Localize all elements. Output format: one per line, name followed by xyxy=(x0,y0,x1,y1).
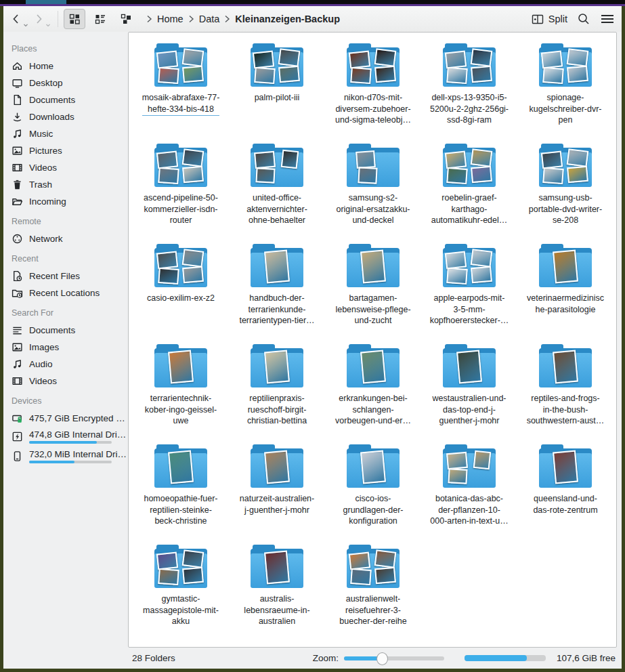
main-toolbar: HomeDataKleinanzeigen-Backup Split xyxy=(3,6,622,32)
folder-item[interactable]: mosaik-abrafaxe-77-hefte-334-bis-418 xyxy=(133,42,229,142)
photo-thumbnail xyxy=(448,468,467,484)
photo-thumbnail xyxy=(567,66,588,83)
sidebar-item-label: Music xyxy=(29,129,53,139)
folder-icon xyxy=(539,244,592,289)
sidebar-item-label: Videos xyxy=(29,376,57,386)
sidebar-item-audio[interactable]: Audio xyxy=(10,356,128,373)
folder-item[interactable]: botanica-das-abc-der-pflanzen-10-000-art… xyxy=(421,443,517,543)
sidebar-item-desktop[interactable]: Desktop xyxy=(10,75,128,91)
photo-thumbnail xyxy=(542,167,564,184)
folder-item[interactable]: queensland-und-das-rote-zentrum xyxy=(517,443,613,543)
folder-item[interactable]: samsung-s2-original-ersatzakku-und-decke… xyxy=(325,142,421,243)
breadcrumb-item[interactable]: Home xyxy=(155,12,186,26)
sidebar-item-music[interactable]: Music xyxy=(10,125,128,142)
folder-item[interactable]: casio-exilim-ex-z2 xyxy=(133,243,229,343)
folder-name: botanica-das-abc-der-pflanzen-10-000-art… xyxy=(430,493,508,527)
menu-button[interactable] xyxy=(600,13,615,25)
folder-icon xyxy=(347,344,400,389)
sidebar-item-475-7-gib-encrypted[interactable]: 475,7 GiB Encrypted … xyxy=(10,410,128,427)
window-border-bottom xyxy=(0,669,625,672)
folder-item[interactable]: nikon-d70s-mit-diversem-zubehoer-und-sig… xyxy=(325,42,421,142)
folder-grid: mosaik-abrafaxe-77-hefte-334-bis-418palm… xyxy=(129,33,616,644)
sidebar-item-home[interactable]: Home xyxy=(10,58,128,75)
folder-item[interactable]: roebelin-graef-karthago-automatikuhr-ede… xyxy=(421,142,517,243)
photo-thumbnail xyxy=(445,251,467,269)
folder-name: erkrankungen-bei-schlangen-vorbeugen-und… xyxy=(335,393,411,427)
folder-item[interactable]: veterinaermedizinische-parasitologie xyxy=(517,243,613,343)
folder-item[interactable]: naturzeit-australien-j-guenther-j-mohr xyxy=(229,443,325,543)
folder-item[interactable]: apple-earpods-mit-3-5-mm-kopfhoerersteck… xyxy=(421,243,517,343)
breadcrumb-item[interactable]: Kleinanzeigen-Backup xyxy=(233,12,342,26)
folder-item[interactable]: reptiles-and-frogs-in-the-bush-southwest… xyxy=(517,343,613,443)
folder-item[interactable]: samsung-usb-portable-dvd-writer-se-208 xyxy=(517,142,613,243)
breadcrumb-item[interactable]: Data xyxy=(197,12,222,26)
status-bar: 28 Folders Zoom: 107,6 GiB free xyxy=(3,648,622,669)
sidebar-item-label: 732,0 MiB Internal Dri… xyxy=(29,449,127,459)
photo-thumbnail xyxy=(182,567,204,585)
folder-item[interactable]: handbuch-der-terrarienkunde-terrarientyp… xyxy=(229,243,325,343)
recent-file-icon xyxy=(12,270,23,282)
sidebar-item-pictures[interactable]: Pictures xyxy=(10,142,128,159)
sidebar-item-network[interactable]: Network xyxy=(10,230,128,247)
folder-item[interactable]: australis-lebensraeume-in-australien xyxy=(229,543,325,644)
zoom-slider-handle[interactable] xyxy=(376,652,388,665)
sidebar-item-incoming[interactable]: Incoming xyxy=(10,193,128,210)
folder-icon xyxy=(251,144,303,188)
folder-name: bartagamen-lebensweise-pflege-und-zucht xyxy=(335,293,410,327)
folder-item[interactable]: dell-xps-13-9350-i5-5200u-2-2ghz-256gi-s… xyxy=(421,42,517,142)
sidebar-item-videos[interactable]: Videos xyxy=(10,159,128,176)
search-button[interactable] xyxy=(577,12,590,26)
folder-view[interactable]: mosaik-abrafaxe-77-hefte-334-bis-418palm… xyxy=(128,32,617,648)
home-icon xyxy=(12,60,23,72)
drive-removable-icon xyxy=(12,450,23,462)
desktop-icon xyxy=(12,77,23,89)
folder-name: palm-pilot-iii xyxy=(255,92,300,104)
forward-button[interactable] xyxy=(33,13,51,25)
sidebar-item-474-8-gib-internal-dri[interactable]: 474,8 GiB Internal Dri… xyxy=(10,427,128,446)
icons-view-button[interactable] xyxy=(64,9,85,29)
folder-item[interactable]: homoeopathie-fuer-reptilien-steinke-beck… xyxy=(133,443,229,543)
folder-item[interactable]: terrarientechnik-kober-ingo-geissel-uwe xyxy=(133,343,229,443)
tree-view-button[interactable] xyxy=(115,9,137,29)
photo-thumbnail xyxy=(349,50,370,68)
back-history-caret-icon xyxy=(23,22,28,28)
sidebar-item-videos[interactable]: Videos xyxy=(10,373,128,390)
folder-item[interactable]: cisco-ios-grundlagen-der-konfiguration xyxy=(325,443,421,543)
sidebar-item-label: 475,7 GiB Encrypted … xyxy=(29,413,125,423)
sidebar-item-images[interactable]: Images xyxy=(10,339,128,356)
sidebar-item-732-0-mib-internal-dri[interactable]: 732,0 MiB Internal Dri… xyxy=(10,446,128,466)
sidebar-item-downloads[interactable]: Downloads xyxy=(10,108,128,125)
folder-item[interactable]: united-office-aktenvernichter-ohne-behae… xyxy=(229,142,325,243)
folder-item[interactable]: spionage-kugelschreiber-dvr-pen xyxy=(517,42,613,142)
sidebar-item-recent-locations[interactable]: Recent Locations xyxy=(10,285,128,301)
folder-item[interactable]: palm-pilot-iii xyxy=(229,42,325,142)
folder-item[interactable]: bartagamen-lebensweise-pflege-und-zucht xyxy=(325,243,421,343)
details-view-button[interactable] xyxy=(89,9,111,29)
folder-item[interactable]: australienwelt-reisefuehrer-3-buecher-de… xyxy=(325,543,421,644)
folder-item[interactable]: westaustralien-und-das-top-end-j-guenthe… xyxy=(421,343,517,443)
split-button[interactable]: Split xyxy=(532,14,567,25)
folder-name: spionage-kugelschreiber-dvr-pen xyxy=(530,92,602,126)
sidebar-item-documents[interactable]: Documents xyxy=(10,91,128,108)
folder-name: ascend-pipeline-50-kommerzieller-isdn-ro… xyxy=(144,192,218,226)
folder-icon xyxy=(251,545,303,589)
folder-item[interactable]: ascend-pipeline-50-kommerzieller-isdn-ro… xyxy=(133,142,229,243)
photo-thumbnail xyxy=(360,450,386,484)
sidebar-item-recent-files[interactable]: Recent Files xyxy=(10,268,128,285)
sidebar-item-trash[interactable]: Trash xyxy=(10,176,128,193)
folder-name: nikon-d70s-mit-diversem-zubehoer-und-sig… xyxy=(335,92,411,126)
zoom-slider[interactable] xyxy=(344,652,444,665)
folder-item[interactable]: reptilienpraxis-rueschoff-birgit-christi… xyxy=(229,343,325,443)
video-icon xyxy=(12,375,23,387)
folder-item[interactable]: gymtastic-massagepistole-mit-akku xyxy=(133,543,229,644)
photo-thumbnail xyxy=(182,48,204,66)
folder-icon xyxy=(443,444,496,489)
sidebar-item-documents[interactable]: Documents xyxy=(10,322,128,339)
tree-view-icon xyxy=(120,13,132,25)
forward-history-caret-icon xyxy=(45,22,51,28)
back-button[interactable] xyxy=(10,13,28,25)
photo-thumbnail xyxy=(349,551,370,570)
breadcrumb-chevron-icon xyxy=(146,15,152,23)
split-label: Split xyxy=(548,14,567,24)
folder-item[interactable]: erkrankungen-bei-schlangen-vorbeugen-und… xyxy=(325,343,421,443)
